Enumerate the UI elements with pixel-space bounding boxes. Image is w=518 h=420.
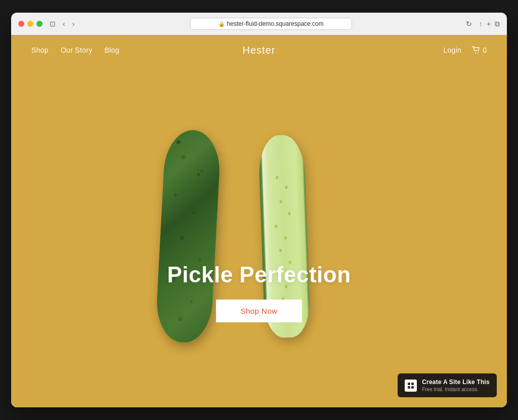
sidebar-toggle-icon[interactable]: ⊡ — [48, 19, 58, 29]
svg-rect-5 — [411, 386, 414, 389]
hero-content: Pickle Perfection Shop Now — [167, 262, 351, 322]
nav-right: Login 0 — [443, 46, 487, 54]
nav-left: Shop Our Story Blog — [31, 46, 119, 54]
browser-controls: ⊡ ‹ › — [48, 19, 76, 29]
cart-count: 0 — [483, 46, 487, 54]
maximize-button[interactable] — [36, 21, 42, 27]
url-text: hester-fluid-demo.squarespace.com — [227, 20, 323, 27]
cart-icon[interactable]: 0 — [471, 46, 487, 54]
new-tab-icon[interactable]: + — [487, 20, 491, 28]
squarespace-badge[interactable]: Create A Site Like This Free trial. Inst… — [398, 373, 497, 397]
browser-chrome: ⊡ ‹ › 🔒 hester-fluid-demo.squarespace.co… — [11, 13, 507, 35]
website-content: Shop Our Story Blog Hester Login 0 — [11, 35, 507, 407]
squarespace-logo — [405, 380, 417, 392]
nav-login-link[interactable]: Login — [443, 46, 461, 54]
minimize-button[interactable] — [27, 21, 33, 27]
ss-badge-title: Create A Site Like This — [422, 379, 490, 386]
svg-rect-4 — [408, 386, 410, 389]
duplicate-icon[interactable]: ⧉ — [495, 20, 500, 28]
traffic-lights — [18, 21, 42, 27]
svg-point-0 — [475, 53, 476, 54]
ss-badge-subtitle: Free trial. Instant access. — [422, 387, 490, 392]
hero-section: Pickle Perfection Shop Now — [11, 65, 507, 407]
browser-window: ⊡ ‹ › 🔒 hester-fluid-demo.squarespace.co… — [11, 13, 507, 407]
svg-rect-2 — [408, 383, 410, 385]
nav-blog-link[interactable]: Blog — [105, 46, 119, 54]
refresh-button[interactable]: ↻ — [466, 20, 472, 28]
svg-point-1 — [478, 53, 479, 54]
svg-rect-3 — [411, 383, 414, 385]
hero-title: Pickle Perfection — [167, 262, 351, 287]
forward-button[interactable]: › — [70, 19, 77, 29]
ss-badge-text: Create A Site Like This Free trial. Inst… — [422, 379, 490, 392]
nav-ourstory-link[interactable]: Our Story — [61, 46, 93, 54]
pickles-visual — [11, 65, 507, 407]
shop-now-button[interactable]: Shop Now — [216, 300, 301, 322]
cart-svg-icon — [471, 46, 481, 54]
site-nav: Shop Our Story Blog Hester Login 0 — [11, 35, 507, 65]
close-button[interactable] — [18, 21, 24, 27]
site-title: Hester — [243, 45, 276, 56]
nav-center: Hester — [243, 45, 276, 56]
browser-actions: ↑ + ⧉ — [479, 20, 500, 28]
ss-logo-svg — [407, 382, 414, 389]
back-button[interactable]: ‹ — [61, 19, 67, 29]
nav-shop-link[interactable]: Shop — [31, 46, 49, 54]
lock-icon: 🔒 — [219, 21, 225, 27]
share-icon[interactable]: ↑ — [479, 20, 483, 28]
address-bar[interactable]: 🔒 hester-fluid-demo.squarespace.com — [190, 18, 352, 30]
